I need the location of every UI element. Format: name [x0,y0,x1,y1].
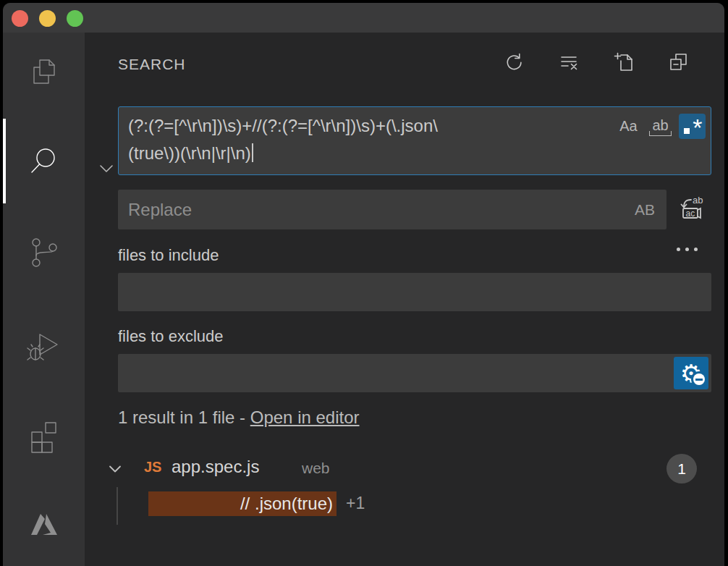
result-file-name: app.spec.js [172,457,259,477]
javascript-file-icon: JS [144,459,161,476]
minimize-window-button[interactable] [39,10,56,27]
sidebar-item-explorer[interactable] [3,54,85,92]
collapse-all-button[interactable] [668,51,690,73]
replace-field: AB [118,190,666,229]
panel-title: SEARCH [118,56,186,73]
results-summary: 1 result in 1 file - Open in editor [118,407,360,428]
text-cursor [252,143,253,162]
azure-icon [25,506,63,546]
sidebar-item-azure[interactable] [3,507,85,545]
close-window-button[interactable] [12,10,28,27]
search-options: Aa ab [615,114,706,139]
toggle-replace-button[interactable] [95,157,118,180]
extensions-icon [25,416,63,457]
result-file-folder: web [302,460,330,477]
chevron-down-icon [95,170,118,182]
result-match-row[interactable]: // .json(true) +1 [85,491,724,518]
open-in-editor-link[interactable]: Open in editor [250,407,360,427]
files-to-exclude-label: files to exclude [118,327,224,346]
sidebar-item-source-control[interactable] [3,235,85,273]
files-to-include-input[interactable] [118,273,711,311]
refresh-icon [503,63,525,75]
whole-word-toggle[interactable]: ab [647,114,674,139]
match-overflow-count: +1 [346,494,365,513]
result-file-row[interactable]: JS app.spec.js web 1 [85,454,724,484]
whole-word-icon: ab [650,117,670,135]
search-input[interactable]: (?:(?=[^\r\n])\s)+//(?:(?=[^\r\n])\s)+(\… [118,106,711,175]
clear-search-results-button[interactable] [558,51,580,73]
use-exclude-settings-toggle[interactable] [674,357,708,389]
search-query-line-1: (?:(?=[^\r\n])\s)+//(?:(?=[^\r\n])\s)+(\… [128,112,602,140]
svg-text:ab: ab [693,195,703,206]
svg-text:ac: ac [686,208,695,219]
regex-toggle[interactable] [679,114,706,139]
files-icon [25,53,63,93]
title-bar [3,3,724,33]
replace-all-button[interactable]: ab ac [674,194,706,226]
sidebar-item-extensions[interactable] [3,418,85,455]
files-to-include-label: files to include [118,246,219,265]
files-to-exclude-field [118,354,711,392]
search-icon [25,143,63,183]
sidebar-item-run-debug[interactable] [3,329,85,367]
collapse-all-icon [668,63,690,75]
sidebar-item-search[interactable] [3,144,85,182]
panel-header-actions [503,51,690,73]
regex-icon [683,117,702,136]
toggle-search-details-button[interactable] [672,242,701,255]
preserve-case-toggle[interactable]: AB [623,201,666,219]
debug-icon [25,328,63,368]
activity-bar [3,33,85,566]
tree-indent-guide [117,487,118,525]
search-query-text: (?:(?=[^\r\n])\s)+//(?:(?=[^\r\n])\s)+(\… [128,112,602,167]
match-count-badge: 1 [666,454,697,483]
clear-results-icon [558,63,580,75]
match-case-toggle[interactable]: Aa [615,114,642,139]
open-new-search-editor-button[interactable] [613,51,635,73]
match-highlight: // .json(true) [148,491,337,516]
search-query-line-2: (true\))(\r\n|\r|\n) [128,140,602,167]
new-search-editor-icon [613,63,635,75]
zoom-window-button[interactable] [67,10,83,27]
match-text: // .json(true) [240,494,333,514]
replace-input[interactable] [118,190,623,229]
results-count-text: 1 result in 1 file - [118,407,250,427]
search-panel: SEARCH [85,33,724,566]
vscode-window: SEARCH [3,3,724,566]
ellipsis-icon [677,248,680,251]
minus-circle-icon [693,373,705,385]
refresh-button[interactable] [503,51,525,73]
files-to-exclude-input[interactable] [118,354,711,392]
source-control-icon [25,234,63,274]
replace-all-icon: ab ac [674,216,706,228]
chevron-down-icon[interactable] [105,459,125,479]
